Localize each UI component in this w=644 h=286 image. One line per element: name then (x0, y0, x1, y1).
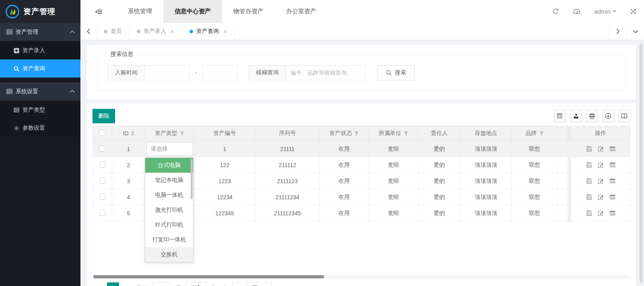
detail-icon[interactable] (609, 210, 615, 216)
username: admin (594, 8, 611, 15)
date-from-input[interactable] (145, 65, 189, 80)
dashboard-icon[interactable] (573, 8, 580, 15)
detail-icon[interactable] (609, 194, 615, 200)
print-button[interactable] (586, 110, 598, 122)
row-checkbox[interactable] (99, 145, 105, 151)
col-id[interactable]: ID (112, 126, 145, 141)
dropdown-option[interactable]: 台式电脑 (145, 158, 193, 173)
per-page-select[interactable]: 10 条/页 (232, 282, 272, 286)
search-panel: 搜索信息 入账时间 - 模糊查询 搜索 (87, 45, 636, 99)
dropdown-option[interactable]: 笔记本电脑 (145, 173, 193, 188)
col-location[interactable]: 存放地点 (461, 126, 512, 141)
edit-icon[interactable] (598, 146, 604, 152)
prev-page-icon[interactable] (93, 282, 103, 286)
columns-filter-button[interactable] (554, 110, 566, 122)
sidebar-collapse-icon[interactable] (80, 0, 117, 23)
header-right: admin (552, 0, 640, 23)
filter-icon (354, 131, 359, 136)
sort-icon (131, 131, 134, 136)
fullscreen-icon[interactable] (630, 8, 637, 15)
col-serial[interactable]: 序列号 (255, 126, 320, 141)
fuzzy-search-label: 模糊查询 (249, 65, 286, 80)
save-icon[interactable] (586, 178, 592, 184)
current-page[interactable]: 1 (107, 282, 119, 286)
save-icon[interactable] (586, 210, 592, 216)
nav-item-property-office[interactable]: 物管办资产 (222, 0, 275, 23)
edit-icon[interactable] (598, 162, 604, 168)
col-owner[interactable]: 责任人 (418, 126, 461, 141)
tab-asset-entry[interactable]: 资产录入 ✕ (130, 23, 182, 40)
row-checkbox[interactable] (99, 178, 105, 184)
pagination: 1 到第 页 确定 共 5 条 10 条/页 (93, 282, 272, 286)
detail-icon[interactable] (609, 162, 615, 168)
sidebar-item-asset-entry[interactable]: 资产录入 (0, 41, 80, 59)
dropdown-option[interactable]: 交换机 (145, 247, 193, 262)
save-icon[interactable] (586, 146, 592, 152)
header: 资产管理 系统管理 信息中心资产 物管办资产 办公室资产 (0, 0, 644, 23)
edit-icon[interactable] (598, 178, 604, 184)
fuzzy-search-input[interactable] (286, 65, 365, 80)
date-range-label: 入账时间 (107, 65, 145, 80)
sidebar-group-system-settings[interactable]: 系统设置 (0, 82, 80, 100)
logo-block: 资产管理 (0, 0, 80, 23)
dropdown-option[interactable]: 打复印一体机 (145, 232, 193, 247)
col-asset-type[interactable]: 资产类型 (145, 126, 194, 141)
app-title: 资产管理 (23, 6, 56, 17)
detail-icon[interactable] (609, 178, 615, 184)
col-asset-status[interactable]: 资产状态 (320, 126, 369, 141)
filter-icon (539, 131, 544, 136)
asset-type-select[interactable]: 请选择 (146, 142, 193, 156)
search-icon (386, 70, 392, 76)
tab-home[interactable]: 首页 (97, 23, 130, 40)
download-button[interactable] (602, 110, 614, 122)
nav-item-system[interactable]: 系统管理 (117, 0, 163, 23)
confirm-button[interactable]: 确定 (185, 282, 207, 286)
user-menu[interactable]: admin (594, 8, 616, 15)
close-icon[interactable]: ✕ (223, 29, 227, 35)
dropdown-option[interactable]: 激光打印机 (145, 202, 193, 217)
tabs-scroll-left-icon[interactable] (80, 23, 97, 40)
sidebar-group-asset-mgmt[interactable]: 资产管理 (0, 23, 80, 41)
export-button[interactable] (570, 110, 582, 122)
nav-item-info-center[interactable]: 信息中心资产 (163, 0, 222, 23)
tab-label: 资产查询 (196, 28, 219, 35)
tab-asset-query[interactable]: 资产查询 ✕ (182, 23, 235, 40)
chevron-down-icon (613, 10, 616, 12)
delete-button[interactable]: 删除 (93, 109, 115, 123)
edit-icon[interactable] (598, 210, 604, 216)
row-checkbox[interactable] (99, 161, 105, 168)
tabs-scroll-right-icon[interactable] (609, 23, 626, 40)
sidebar-item-asset-query[interactable]: 资产查询 (0, 59, 80, 78)
col-spare (558, 126, 568, 141)
print-icon (589, 113, 595, 119)
nav-item-office[interactable]: 办公室资产 (275, 0, 327, 23)
table-toolbar: 删除 (93, 106, 630, 126)
col-asset-code[interactable]: 资产编号 (194, 126, 255, 141)
dropdown-option[interactable]: 电脑一体机 (145, 188, 193, 202)
row-checkbox[interactable] (99, 194, 105, 200)
goto-page-input[interactable] (153, 282, 171, 286)
col-brand[interactable]: 品牌 (512, 126, 558, 141)
detail-icon[interactable] (609, 146, 615, 152)
table-row[interactable]: 1 请选择 1 21111 在用 党组 爱的 顶顶顶顶 联想 (93, 141, 630, 157)
edit-icon[interactable] (598, 194, 604, 200)
dropdown-option[interactable]: 针式打印机 (145, 217, 193, 232)
save-icon[interactable] (586, 194, 592, 200)
help-book-button[interactable] (618, 110, 630, 122)
col-unit[interactable]: 所属单位 (369, 126, 418, 141)
vertical-scrollbar-thumb[interactable] (640, 43, 642, 283)
row-checkbox[interactable] (99, 210, 105, 216)
close-icon[interactable]: ✕ (170, 29, 175, 35)
sidebar-item-param-settings[interactable]: 参数设置 (0, 119, 80, 137)
next-page-icon[interactable] (123, 282, 134, 286)
select-all-checkbox[interactable] (99, 130, 105, 136)
dropdown-scrollbar[interactable] (191, 159, 193, 199)
tabs-menu-chevron-down-icon[interactable] (626, 23, 644, 40)
horizontal-scrollbar-thumb[interactable] (93, 275, 324, 278)
refresh-icon[interactable] (552, 8, 559, 15)
sidebar-item-asset-type[interactable]: 资产类型 (0, 101, 80, 119)
horizontal-scrollbar-track (93, 275, 630, 278)
search-button[interactable]: 搜索 (377, 65, 415, 80)
save-icon[interactable] (586, 162, 592, 168)
date-to-input[interactable] (203, 65, 237, 80)
